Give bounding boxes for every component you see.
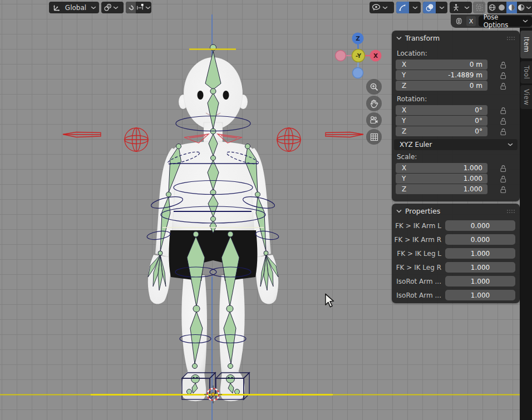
shading-solid-button[interactable] <box>497 2 506 13</box>
panel-collapse-icon <box>396 36 402 40</box>
field-axis: Y <box>402 117 406 125</box>
location-y-field[interactable]: Y -1.4889 m <box>396 70 487 80</box>
gizmos-dropdown[interactable] <box>409 2 421 13</box>
properties-panel-header[interactable]: Properties <box>392 204 520 218</box>
tab-item-label: Item <box>523 37 530 52</box>
prop-label-fkik-leg-l: FK > IK Leg L <box>393 250 441 258</box>
chevron-down-icon <box>145 6 151 10</box>
field-value: 1.000 <box>464 185 482 193</box>
camera-view-button[interactable] <box>366 112 382 128</box>
hand-icon <box>370 99 378 108</box>
snap-magnet-icon <box>127 3 135 12</box>
orientation-axes-icon <box>52 3 61 12</box>
gizmo-neg-z-ball[interactable] <box>353 68 363 78</box>
field-axis: Z <box>402 82 406 90</box>
tab-view-label: View <box>523 89 530 105</box>
lock-rotation-y-icon[interactable] <box>500 117 507 125</box>
lock-location-z-icon[interactable] <box>500 82 507 90</box>
prop-field-isorot-arm-2[interactable]: 1.000 <box>445 290 515 300</box>
lock-scale-y-icon[interactable] <box>500 175 507 183</box>
show-gizmos-toggle[interactable] <box>396 2 409 13</box>
prop-field-fkik-leg-l[interactable]: 1.000 <box>445 248 515 259</box>
lock-scale-z-icon[interactable] <box>500 186 507 194</box>
panel-drag-grip[interactable] <box>506 209 515 214</box>
shading-material-button[interactable] <box>506 2 517 13</box>
transform-orientation-dropdown[interactable]: Global <box>49 2 99 13</box>
location-z-field[interactable]: Z 0 m <box>396 81 487 91</box>
ik-sphere-left <box>125 128 148 151</box>
render-region-icon <box>475 3 484 12</box>
pivot-point-dropdown[interactable] <box>101 2 124 13</box>
prop-label-fkik-arm-l: FK > IK Arm L <box>393 222 441 230</box>
prop-field-fkik-leg-r[interactable]: 1.000 <box>445 262 515 273</box>
snap-target-dropdown[interactable] <box>136 2 151 13</box>
rotation-mode-dropdown[interactable]: XYZ Euler <box>394 139 518 150</box>
view-navigation-gizmo[interactable]: Z X -Y <box>334 31 384 81</box>
field-value: -1.4889 m <box>448 71 482 79</box>
mirror-butterfly-icon <box>454 16 464 26</box>
orthographic-grid-button[interactable] <box>366 129 382 145</box>
armature-bones[interactable] <box>148 45 278 394</box>
orientation-label: Global <box>65 4 86 12</box>
transform-panel-header[interactable]: Transform <box>392 31 520 45</box>
rotation-x-field[interactable]: X 0° <box>396 105 487 115</box>
render-region-button[interactable] <box>473 2 485 13</box>
prop-field-isorot-arm-1[interactable]: 1.000 <box>445 276 515 286</box>
show-overlays-toggle[interactable] <box>423 2 436 13</box>
prop-field-fkik-arm-l[interactable]: 0.000 <box>445 220 515 231</box>
zoom-button[interactable] <box>366 79 382 95</box>
tab-item[interactable]: Item <box>520 31 532 58</box>
stick-figure-icon <box>452 3 460 12</box>
rotation-y-field[interactable]: Y 0° <box>396 116 487 126</box>
snap-group[interactable] <box>126 2 151 13</box>
gizmo-neg-x-ball[interactable] <box>336 51 346 61</box>
prop-value: 1.000 <box>471 278 490 285</box>
scale-x-field[interactable]: X 1.000 <box>396 163 487 173</box>
overlays-dropdown[interactable] <box>436 2 447 13</box>
object-visibility-dropdown[interactable] <box>370 2 394 13</box>
shorts <box>169 230 258 281</box>
pose-options-dropdown[interactable]: Pose Options <box>479 16 532 27</box>
prop-value: 1.000 <box>471 250 490 258</box>
scale-label: Scale: <box>397 153 417 161</box>
shading-rendered-button[interactable] <box>517 2 525 13</box>
pose-xray-toggle[interactable] <box>450 2 462 13</box>
gizmos-group[interactable] <box>396 2 421 13</box>
lock-scale-x-icon[interactable] <box>500 165 507 172</box>
tool-settings-bar: X Pose Options <box>451 14 532 28</box>
rendered-sphere-icon <box>517 3 525 12</box>
scale-z-field[interactable]: Z 1.000 <box>396 184 487 194</box>
eye-left <box>198 91 204 100</box>
prop-field-fkik-arm-r[interactable]: 0.000 <box>445 234 515 245</box>
xray-group[interactable] <box>450 2 472 13</box>
lock-rotation-z-icon[interactable] <box>500 128 507 136</box>
mirror-x-button[interactable]: X <box>466 16 475 26</box>
chevron-down-icon <box>112 6 119 10</box>
shading-modes-group[interactable] <box>487 2 532 13</box>
field-value: 0° <box>475 106 482 114</box>
prop-value: 1.000 <box>471 291 490 299</box>
field-axis: Y <box>402 71 406 79</box>
panel-drag-grip[interactable] <box>506 36 515 41</box>
tab-tool[interactable]: Tool <box>520 61 532 83</box>
xray-dropdown[interactable] <box>462 2 472 13</box>
rotation-z-field[interactable]: Z 0° <box>396 126 487 136</box>
location-x-field[interactable]: X 0 m <box>396 60 487 70</box>
field-value: 0° <box>475 127 482 135</box>
overlays-circles-icon <box>425 3 434 12</box>
overlays-group[interactable] <box>423 2 447 13</box>
field-value: 0° <box>475 117 482 125</box>
tab-view[interactable]: View <box>520 85 532 109</box>
lock-location-x-icon[interactable] <box>500 61 507 69</box>
lock-rotation-x-icon[interactable] <box>500 107 507 115</box>
scale-y-field[interactable]: Y 1.000 <box>396 174 487 184</box>
chevron-down-icon <box>507 142 514 147</box>
field-axis: Y <box>402 175 406 182</box>
prop-value: 0.000 <box>471 222 490 230</box>
pan-button[interactable] <box>366 96 382 111</box>
snap-toggle-button[interactable] <box>126 2 136 13</box>
eye-right <box>223 91 229 100</box>
lock-location-y-icon[interactable] <box>500 72 507 80</box>
shading-wireframe-button[interactable] <box>487 2 497 13</box>
ik-sphere-right <box>277 128 301 151</box>
